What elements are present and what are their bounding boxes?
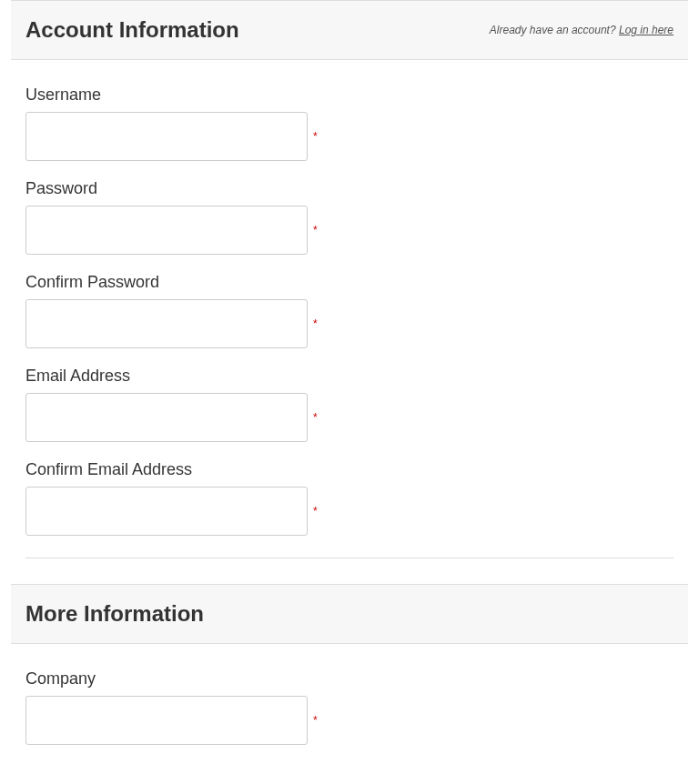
password-field-group: Password *	[25, 179, 674, 255]
login-link[interactable]: Log in here	[619, 24, 674, 36]
required-mark: *	[313, 411, 318, 424]
email-field-group: Email Address *	[25, 367, 674, 442]
username-input[interactable]	[25, 112, 308, 161]
account-info-form: Username * Password * Confirm Password *…	[11, 60, 688, 558]
already-have-account: Already have an account? Log in here	[490, 24, 674, 36]
required-mark: *	[313, 505, 318, 518]
confirm-email-input[interactable]	[25, 487, 308, 536]
account-info-title: Account Information	[25, 17, 239, 43]
already-text: Already have an account?	[490, 24, 619, 36]
required-mark: *	[313, 224, 318, 236]
password-label: Password	[25, 179, 674, 198]
required-mark: *	[313, 130, 318, 143]
confirm-email-field-group: Confirm Email Address *	[25, 460, 674, 536]
username-label: Username	[25, 85, 674, 105]
company-field-group: Company *	[25, 669, 674, 745]
password-input[interactable]	[25, 206, 308, 255]
account-info-header: Account Information Already have an acco…	[11, 0, 688, 60]
confirm-email-label: Confirm Email Address	[25, 460, 674, 479]
company-input[interactable]	[25, 696, 308, 745]
email-input[interactable]	[25, 393, 308, 442]
confirm-password-field-group: Confirm Password *	[25, 273, 674, 348]
username-field-group: Username *	[25, 85, 674, 161]
required-mark: *	[313, 317, 318, 330]
company-label: Company	[25, 669, 674, 689]
more-info-header: More Information	[11, 584, 688, 644]
confirm-password-input[interactable]	[25, 299, 308, 348]
more-info-form: Company *	[11, 644, 688, 767]
email-label: Email Address	[25, 367, 674, 386]
more-info-title: More Information	[25, 601, 204, 627]
required-mark: *	[313, 714, 318, 727]
confirm-password-label: Confirm Password	[25, 273, 674, 292]
